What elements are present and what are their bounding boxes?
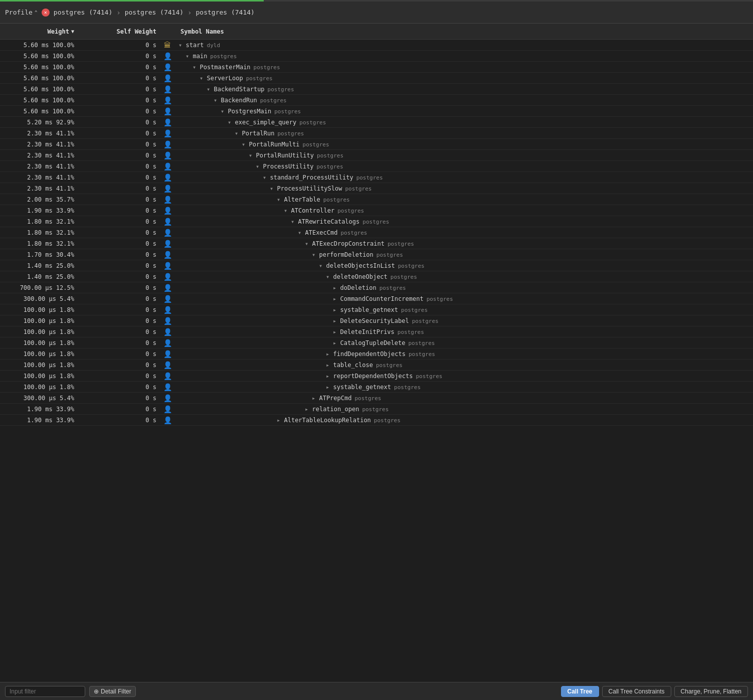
weight-cell: 5.60 ms 100.0%: [0, 64, 80, 71]
self-weight-label: Self Weight: [117, 28, 156, 35]
symbol-name: main: [193, 53, 207, 60]
self-weight-cell: 0 s: [80, 273, 160, 280]
symbol-cell: ▸ relation_openpostgres: [174, 406, 753, 413]
symbol-cell: ▾ mainpostgres: [174, 53, 753, 60]
table-row[interactable]: 300.00 µs 5.4%0 s👤▸ CommandCounterIncrem…: [0, 293, 753, 304]
table-row[interactable]: 1.80 ms 32.1%0 s👤▾ ATRewriteCatalogspost…: [0, 216, 753, 227]
symbol-cell: ▾ BackendRunpostgres: [174, 97, 753, 104]
library-name: postgres: [210, 53, 237, 60]
table-row[interactable]: 5.60 ms 100.0%0 s👤▾ mainpostgres: [0, 51, 753, 62]
input-filter[interactable]: [5, 686, 85, 697]
table-row[interactable]: 100.00 µs 1.8%0 s👤▸ table_closepostgres: [0, 360, 753, 371]
library-name: postgres: [303, 141, 329, 148]
weight-cell: 5.60 ms 100.0%: [0, 97, 80, 104]
library-name: postgres: [356, 174, 383, 181]
weight-cell: 2.30 ms 41.1%: [0, 152, 80, 159]
table-row[interactable]: 2.30 ms 41.1%0 s👤▾ PortalRunMultipostgre…: [0, 139, 753, 150]
table-row[interactable]: 100.00 µs 1.8%0 s👤▸ CatalogTupleDeletepo…: [0, 337, 753, 348]
chevron-open-icon: ▾: [270, 185, 277, 192]
table-row[interactable]: 1.80 ms 32.1%0 s👤▾ ATExecCmdpostgres: [0, 227, 753, 238]
symbol-cell: ▸ reportDependentObjectspostgres: [174, 373, 753, 380]
person-icon: 👤: [160, 85, 174, 93]
self-weight-cell: 0 s: [80, 384, 160, 391]
table-row[interactable]: 1.40 ms 25.0%0 s👤▾ deleteObjectsInListpo…: [0, 260, 753, 271]
self-weight-column-header[interactable]: Self Weight: [80, 28, 160, 35]
symbol-name: ProcessUtilitySlow: [277, 185, 342, 192]
bottom-bar: ⊕ Detail Filter Call Tree Call Tree Cons…: [0, 682, 753, 700]
symbol-cell: ▾ exec_simple_querypostgres: [174, 119, 753, 126]
table-row[interactable]: 1.40 ms 25.0%0 s👤▾ deleteOneObjectpostgr…: [0, 271, 753, 282]
weight-cell: 100.00 µs 1.8%: [0, 351, 80, 358]
symbol-name: PortalRunMulti: [249, 141, 299, 148]
table-row[interactable]: 100.00 µs 1.8%0 s👤▸ systable_getnextpost…: [0, 382, 753, 393]
symbol-name: PortalRunUtility: [256, 152, 314, 159]
symbol-cell: ▸ CatalogTupleDeletepostgres: [174, 339, 753, 346]
table-row[interactable]: 5.60 ms 100.0%0 s👤▾ ServerLooppostgres: [0, 73, 753, 84]
symbol-cell: ▾ ATExecCmdpostgres: [174, 229, 753, 236]
person-icon: 👤: [160, 328, 174, 336]
charge-prune-flatten-tab[interactable]: Charge, Prune, Flatten: [674, 686, 748, 697]
table-row[interactable]: 2.00 ms 35.7%0 s👤▾ AlterTablepostgres: [0, 194, 753, 205]
breadcrumb-3[interactable]: postgres (7414): [196, 9, 255, 16]
table-row[interactable]: 5.60 ms 100.0%0 s👤▾ BackendRunpostgres: [0, 95, 753, 106]
weight-cell: 2.30 ms 41.1%: [0, 185, 80, 192]
self-weight-cell: 0 s: [80, 262, 160, 269]
table-row[interactable]: 300.00 µs 5.4%0 s👤▸ ATPrepCmdpostgres: [0, 393, 753, 404]
table-row[interactable]: 2.30 ms 41.1%0 s👤▾ ProcessUtilitySlowpos…: [0, 183, 753, 194]
self-weight-cell: 0 s: [80, 373, 160, 380]
chevron-closed-icon: ▸: [333, 295, 340, 302]
detail-filter-button[interactable]: ⊕ Detail Filter: [89, 686, 136, 697]
table-row[interactable]: 100.00 µs 1.8%0 s👤▸ systable_getnextpost…: [0, 304, 753, 315]
table-row[interactable]: 1.90 ms 33.9%0 s👤▸ AlterTableLookupRelat…: [0, 415, 753, 426]
table-row[interactable]: 2.30 ms 41.1%0 s👤▾ PortalRunpostgres: [0, 128, 753, 139]
self-weight-cell: 0 s: [80, 141, 160, 148]
call-tree-tab[interactable]: Call Tree: [561, 686, 599, 697]
symbol-cell: ▾ ProcessUtilitySlowpostgres: [174, 185, 753, 192]
self-weight-cell: 0 s: [80, 218, 160, 225]
close-button[interactable]: ✕: [42, 9, 50, 17]
library-name: postgres: [416, 373, 442, 380]
chevron-open-icon: ▾: [291, 218, 298, 225]
table-row[interactable]: 100.00 µs 1.8%0 s👤▸ DeleteInitPrivspostg…: [0, 326, 753, 337]
self-weight-cell: 0 s: [80, 251, 160, 258]
table-row[interactable]: 1.80 ms 32.1%0 s👤▾ ATExecDropConstraintp…: [0, 238, 753, 249]
table-row[interactable]: 1.70 ms 30.4%0 s👤▾ performDeletionpostgr…: [0, 249, 753, 260]
table-row[interactable]: 2.30 ms 41.1%0 s👤▾ PortalRunUtilitypostg…: [0, 150, 753, 161]
call-tree-constraints-tab[interactable]: Call Tree Constraints: [602, 686, 671, 697]
weight-cell: 5.60 ms 100.0%: [0, 86, 80, 93]
symbol-cell: ▾ deleteObjectsInListpostgres: [174, 262, 753, 269]
weight-cell: 300.00 µs 5.4%: [0, 395, 80, 402]
table-row[interactable]: 2.30 ms 41.1%0 s👤▾ standard_ProcessUtili…: [0, 172, 753, 183]
weight-cell: 100.00 µs 1.8%: [0, 362, 80, 369]
breadcrumb-2[interactable]: postgres (7414): [125, 9, 183, 16]
chevron-open-icon: ▾: [200, 75, 207, 82]
weight-column-header[interactable]: Weight ▼: [0, 28, 80, 35]
table-row[interactable]: 100.00 µs 1.8%0 s👤▸ findDependentObjects…: [0, 348, 753, 360]
chevron-open-icon: ▾: [207, 86, 214, 93]
table-row[interactable]: 5.60 ms 100.0%0 s👤▾ BackendStartuppostgr…: [0, 84, 753, 95]
table-row[interactable]: 100.00 µs 1.8%0 s👤▸ DeleteSecurityLabelp…: [0, 315, 753, 326]
person-icon: 👤: [160, 416, 174, 424]
table-row[interactable]: 5.60 ms 100.0%0 s🏛▾ startdyld: [0, 40, 753, 51]
table-row[interactable]: 2.30 ms 41.1%0 s👤▾ ProcessUtilitypostgre…: [0, 161, 753, 172]
symbol-name: exec_simple_query: [235, 119, 296, 126]
breadcrumb-sep-2: ›: [187, 9, 192, 17]
table-row[interactable]: 100.00 µs 1.8%0 s👤▸ reportDependentObjec…: [0, 371, 753, 382]
chevron-closed-icon: ▸: [326, 351, 333, 358]
symbol-name: PostgresMain: [228, 108, 271, 115]
self-weight-cell: 0 s: [80, 317, 160, 324]
table-row[interactable]: 5.60 ms 100.0%0 s👤▾ PostgresMainpostgres: [0, 106, 753, 117]
table-row[interactable]: 700.00 µs 12.5%0 s👤▸ doDeletionpostgres: [0, 282, 753, 293]
table-row[interactable]: 1.90 ms 33.9%0 s👤▾ ATControllerpostgres: [0, 205, 753, 216]
profile-button[interactable]: Profile ⌃: [5, 9, 38, 16]
table-row[interactable]: 5.60 ms 100.0%0 s👤▾ PostmasterMainpostgr…: [0, 62, 753, 73]
table-row[interactable]: 1.90 ms 33.9%0 s👤▸ relation_openpostgres: [0, 404, 753, 415]
symbol-names-column-header[interactable]: Symbol Names: [174, 28, 753, 35]
breadcrumb-1[interactable]: postgres (7414): [54, 9, 112, 16]
symbol-cell: ▾ ATRewriteCatalogspostgres: [174, 218, 753, 225]
symbol-cell: ▾ BackendStartuppostgres: [174, 86, 753, 93]
weight-cell: 100.00 µs 1.8%: [0, 317, 80, 324]
table-row[interactable]: 5.20 ms 92.9%0 s👤▾ exec_simple_querypost…: [0, 117, 753, 128]
weight-cell: 1.80 ms 32.1%: [0, 229, 80, 236]
symbol-cell: ▾ performDeletionpostgres: [174, 251, 753, 258]
